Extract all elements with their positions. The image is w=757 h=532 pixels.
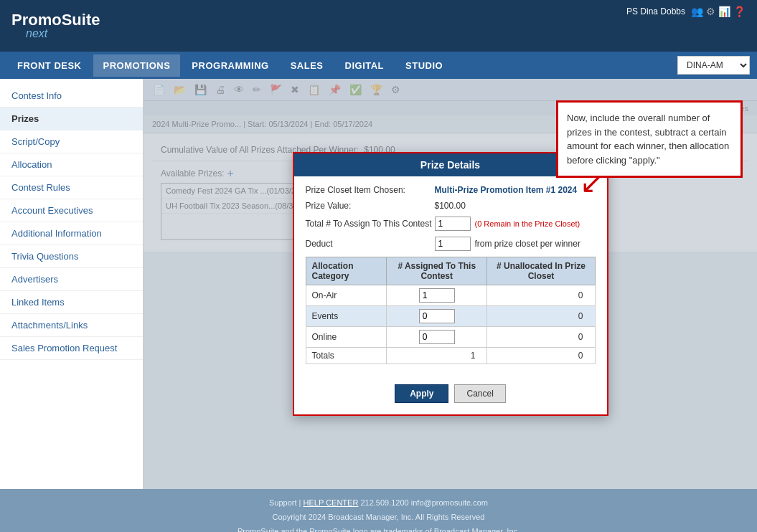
modal-prize-value-label: Prize Value:: [306, 201, 435, 211]
content-area: 📄 📂 💾 🖨 👁 ✏ 🚩 ✖ 📋 📌 ✅ 🏆 ⚙ Promotions > C…: [144, 79, 757, 489]
user-name: PS Dina Dobbs: [626, 6, 685, 16]
modal-total-assign-row: Total # To Assign To This Contest (0 Rem…: [306, 217, 596, 231]
sidebar-item-account-executives[interactable]: Account Executives: [0, 199, 143, 222]
prize-details-modal: Prize Details Prize Closet Item Chosen: …: [293, 152, 608, 416]
footer-trademark: PromoSuite and the PromoSuite logo are t…: [7, 525, 750, 532]
alloc-row-totals: Totals 1 0: [306, 348, 595, 364]
modal-item-row: Prize Closet Item Chosen: Multi-Prize Pr…: [306, 185, 596, 195]
sidebar-item-linked-items[interactable]: Linked Items: [0, 291, 143, 314]
nav-front-desk[interactable]: FRONT DESK: [7, 54, 92, 77]
assigned-events-input[interactable]: [419, 309, 455, 323]
alloc-row-online: Online 0: [306, 327, 595, 348]
alloc-row-events: Events 0: [306, 306, 595, 327]
modal-deduct-input[interactable]: [435, 237, 471, 251]
col-header-category: Allocation Category: [306, 257, 386, 285]
sidebar: Contest Info Prizes Script/Copy Allocati…: [0, 79, 144, 489]
assigned-onair[interactable]: [386, 285, 487, 306]
modal-total-assign-input[interactable]: [435, 217, 471, 231]
assigned-onair-input[interactable]: [419, 288, 455, 303]
logo-promo: PromoSuite: [11, 12, 100, 28]
modal-item-label: Prize Closet Item Chosen:: [306, 185, 435, 195]
sidebar-item-prizes[interactable]: Prizes: [0, 108, 143, 130]
category-events: Events: [306, 306, 386, 327]
col-header-assigned: # Assigned To This Contest: [386, 257, 487, 285]
modal-remain-hint: (0 Remain in the Prize Closet): [475, 219, 580, 228]
category-onair: On-Air: [306, 285, 386, 306]
main-layout: Contest Info Prizes Script/Copy Allocati…: [0, 79, 757, 489]
unallocated-events: 0: [487, 306, 595, 327]
alloc-row-onair: On-Air 0: [306, 285, 595, 306]
totals-assigned: 1: [386, 348, 487, 364]
sidebar-item-contest-rules[interactable]: Contest Rules: [0, 176, 143, 199]
category-online: Online: [306, 327, 386, 348]
apply-button[interactable]: Apply: [395, 384, 448, 403]
sidebar-item-allocation[interactable]: Allocation: [0, 153, 143, 176]
unallocated-online: 0: [487, 327, 595, 348]
modal-deduct-suffix: from prize closet per winner: [475, 239, 580, 249]
cancel-button[interactable]: Cancel: [454, 384, 505, 403]
modal-prize-value: $100.00: [435, 201, 466, 211]
help-icon: ❓: [733, 6, 746, 17]
modal-total-assign-label: Total # To Assign To This Contest: [306, 219, 435, 229]
footer-support: Support |: [269, 498, 301, 507]
modal-footer: Apply Cancel: [294, 379, 607, 414]
logo-next: next: [26, 28, 100, 39]
sidebar-item-sales-promo[interactable]: Sales Promotion Request: [0, 337, 143, 360]
modal-title: Prize Details: [420, 159, 480, 171]
nav-studio[interactable]: STUDIO: [395, 54, 453, 77]
footer-copyright: Copyright 2024 Broadcast Manager, Inc. A…: [7, 510, 750, 525]
modal-deduct-row: Deduct from prize closet per winner: [306, 237, 596, 251]
totals-unallocated: 0: [487, 348, 595, 364]
sidebar-item-trivia-questions[interactable]: Trivia Questions: [0, 245, 143, 268]
modal-item-value: Multi-Prize Promotion Item #1 2024: [435, 185, 578, 195]
footer: Support | HELP CENTER 212.509.1200 info@…: [0, 489, 757, 532]
nav-programming[interactable]: PROGRAMMING: [182, 54, 278, 77]
nav-promotions[interactable]: PROMOTIONS: [93, 54, 181, 77]
nav-sales[interactable]: SALES: [281, 54, 334, 77]
nav-bar: FRONT DESK PROMOTIONS PROGRAMMING SALES …: [0, 52, 757, 79]
tooltip-arrow: ↙: [580, 161, 604, 204]
assigned-events[interactable]: [386, 306, 487, 327]
nav-digital[interactable]: DIGITAL: [335, 54, 395, 77]
people-icon: 👥: [691, 6, 703, 17]
top-bar: PromoSuite next PS Dina Dobbs 👥 ⚙ 📊 ❓: [0, 0, 757, 52]
footer-line1: Support | HELP CENTER 212.509.1200 info@…: [7, 496, 750, 510]
modal-deduct-label: Deduct: [306, 239, 435, 249]
tooltip-box: Now, include the overall number of prize…: [556, 100, 743, 178]
footer-email: info@promosuite.com: [411, 498, 488, 507]
logo: PromoSuite next: [11, 12, 100, 39]
assigned-online[interactable]: [386, 327, 487, 348]
sidebar-item-contest-info[interactable]: Contest Info: [0, 85, 143, 108]
sidebar-item-additional-info[interactable]: Additional Information: [0, 222, 143, 245]
modal-prize-value-row: Prize Value: $100.00: [306, 201, 596, 211]
assigned-online-input[interactable]: [419, 330, 455, 344]
footer-help-link[interactable]: HELP CENTER: [304, 498, 359, 507]
station-selector[interactable]: DINA-AM: [677, 56, 750, 75]
sidebar-item-advertisers[interactable]: Advertisers: [0, 268, 143, 291]
modal-body: Prize Closet Item Chosen: Multi-Prize Pr…: [294, 176, 607, 379]
totals-label: Totals: [306, 348, 386, 364]
allocation-table: Allocation Category # Assigned To This C…: [306, 257, 596, 364]
user-icons: 👥 ⚙ 📊 ❓: [691, 6, 746, 17]
sidebar-item-script-copy[interactable]: Script/Copy: [0, 130, 143, 153]
sidebar-item-attachments[interactable]: Attachments/Links: [0, 314, 143, 337]
user-info: PS Dina Dobbs 👥 ⚙ 📊 ❓: [626, 6, 746, 17]
tooltip-text: Now, include the overall number of prize…: [567, 113, 729, 166]
footer-phone-num: 212.509.1200: [360, 498, 408, 507]
chart-icon: 📊: [718, 6, 730, 17]
unallocated-onair: 0: [487, 285, 595, 306]
col-header-unallocated: # Unallocated In Prize Closet: [487, 257, 595, 285]
gear-icon: ⚙: [706, 6, 715, 17]
